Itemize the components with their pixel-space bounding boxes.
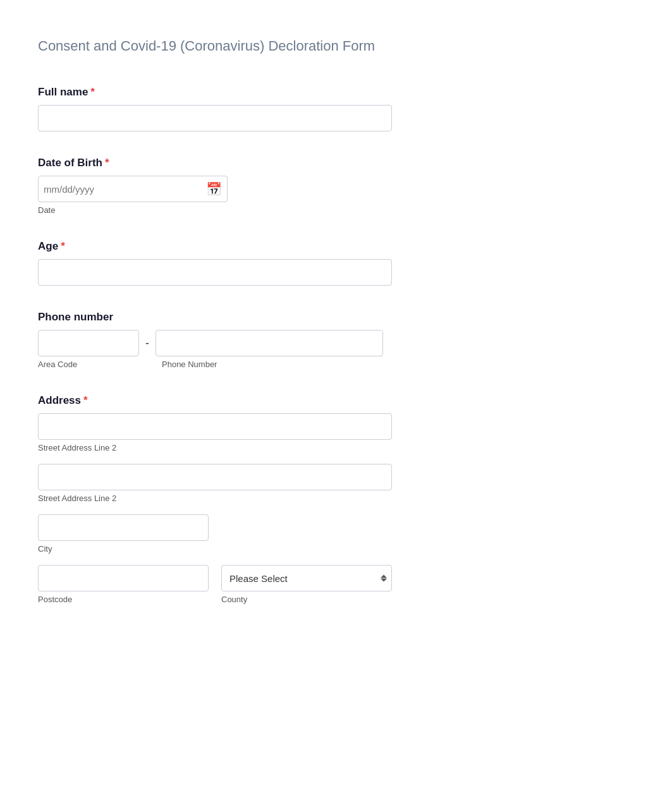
postcode-sublabel: Postcode xyxy=(38,595,209,604)
age-input[interactable] xyxy=(38,259,392,286)
county-group: Please SelectAntrimArmaghCarlowCavanClar… xyxy=(221,565,392,604)
city-group: City xyxy=(38,514,622,554)
calendar-icon[interactable]: 📅 xyxy=(206,181,222,197)
county-select-wrapper: Please SelectAntrimArmaghCarlowCavanClar… xyxy=(221,565,392,591)
dob-input-wrapper: 📅 xyxy=(38,176,228,202)
county-select[interactable]: Please SelectAntrimArmaghCarlowCavanClar… xyxy=(221,565,392,591)
phone-row: - xyxy=(38,330,622,356)
city-input[interactable] xyxy=(38,514,209,541)
full-name-required: * xyxy=(90,86,95,99)
dob-input[interactable] xyxy=(44,184,206,195)
address-label: Address * xyxy=(38,394,622,407)
city-sublabel: City xyxy=(38,544,622,554)
age-required: * xyxy=(61,240,65,253)
area-code-label: Area Code xyxy=(38,360,139,369)
street-address-2-input[interactable] xyxy=(38,464,392,490)
postcode-group: Postcode xyxy=(38,565,209,604)
full-name-input[interactable] xyxy=(38,105,392,131)
address-required: * xyxy=(83,394,88,407)
phone-dash: - xyxy=(145,337,149,350)
phone-section: Phone number - Area Code Phone Number xyxy=(38,311,622,369)
phone-label: Phone number xyxy=(38,311,622,324)
address-section: Address * Street Address Line 2 Street A… xyxy=(38,394,622,604)
street1-group: Street Address Line 2 xyxy=(38,413,622,452)
street2-group: Street Address Line 2 xyxy=(38,464,622,503)
county-sublabel: County xyxy=(221,595,392,604)
age-label: Age * xyxy=(38,240,622,253)
postcode-county-row: Postcode Please SelectAntrimArmaghCarlow… xyxy=(38,565,622,604)
full-name-label: Full name * xyxy=(38,86,622,99)
form-title: Consent and Covid-19 (Coronavirus) Declo… xyxy=(38,38,622,54)
street-address-1-input[interactable] xyxy=(38,413,392,440)
dob-section: Date of Birth * 📅 Date xyxy=(38,157,622,215)
street2-sublabel: Street Address Line 2 xyxy=(38,494,622,503)
phone-labels: Area Code Phone Number xyxy=(38,360,622,369)
street1-sublabel: Street Address Line 2 xyxy=(38,443,622,452)
dob-sublabel: Date xyxy=(38,205,622,215)
dob-required: * xyxy=(105,157,109,169)
postcode-input[interactable] xyxy=(38,565,209,591)
age-section: Age * xyxy=(38,240,622,286)
phone-number-sublabel: Phone Number xyxy=(162,360,217,369)
phone-number-input[interactable] xyxy=(156,330,383,356)
phone-area-input[interactable] xyxy=(38,330,139,356)
full-name-section: Full name * xyxy=(38,86,622,131)
dob-label: Date of Birth * xyxy=(38,157,622,169)
